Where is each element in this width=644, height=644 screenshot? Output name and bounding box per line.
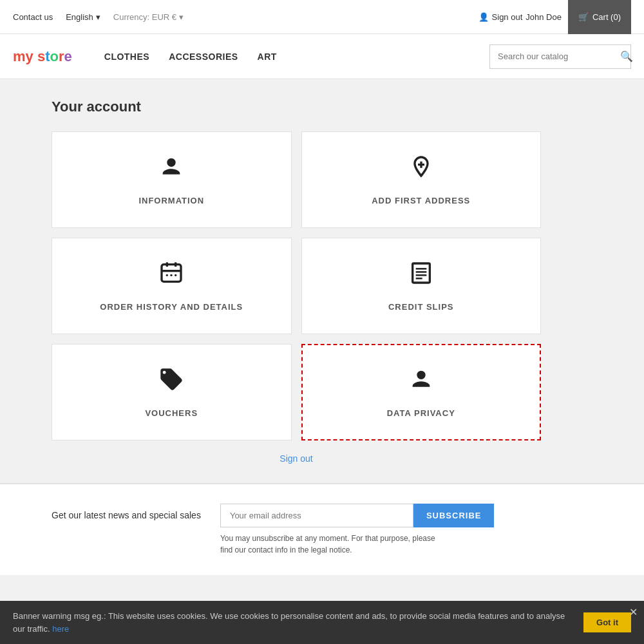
- information-card[interactable]: INFORMATION: [52, 131, 292, 228]
- search-button[interactable]: 🔍: [614, 50, 639, 62]
- svg-point-6: [171, 274, 173, 276]
- search-box: 🔍: [489, 44, 631, 69]
- data-privacy-label: DATA PRIVACY: [387, 408, 455, 418]
- signout-user-link[interactable]: 👤 Sign out John Doe: [478, 12, 562, 22]
- logo-o: o: [50, 48, 59, 64]
- svg-point-13: [417, 371, 425, 379]
- newsletter-form: SUBSCRIBE You may unsubscribe at any mom…: [220, 504, 495, 556]
- site-logo[interactable]: my store: [13, 48, 72, 65]
- cart-button[interactable]: 🛒 Cart (0): [568, 0, 631, 34]
- logo-r: r: [59, 48, 64, 64]
- sign-out-link[interactable]: Sign out: [279, 453, 312, 464]
- language-chevron-icon: ▾: [96, 12, 100, 22]
- logo-e: e: [64, 48, 72, 64]
- information-label: INFORMATION: [138, 196, 204, 205]
- search-icon: 🔍: [620, 51, 633, 62]
- svg-point-5: [166, 274, 168, 276]
- svg-point-0: [167, 158, 176, 167]
- sign-out-section: Sign out: [52, 453, 541, 464]
- language-selector[interactable]: English ▾: [66, 12, 100, 22]
- language-label: English: [66, 12, 93, 22]
- vouchers-card[interactable]: VOUCHERS: [52, 344, 292, 440]
- vouchers-icon: [158, 366, 184, 398]
- username-label: John Doe: [526, 12, 562, 22]
- data-privacy-icon: [408, 366, 434, 398]
- order-history-icon: [158, 260, 184, 292]
- currency-chevron-icon: ▾: [179, 12, 184, 22]
- nav-clothes[interactable]: CLOTHES: [104, 48, 149, 65]
- add-address-icon: [408, 154, 434, 185]
- currency-selector[interactable]: Currency: EUR € ▾: [113, 12, 184, 22]
- search-input[interactable]: [490, 52, 614, 61]
- order-history-card[interactable]: ORDER HISTORY AND DETAILS: [52, 238, 292, 334]
- top-bar: Contact us English ▾ Currency: EUR € ▾ 👤…: [0, 0, 644, 34]
- newsletter-email-input[interactable]: [220, 504, 413, 527]
- newsletter-note: You may unsubscribe at any moment. For t…: [220, 533, 439, 556]
- contact-us-link[interactable]: Contact us: [13, 12, 53, 22]
- main-content: Your account INFORMATION ADD FIRST ADDRE…: [0, 79, 644, 483]
- svg-rect-8: [412, 263, 430, 283]
- data-privacy-card[interactable]: DATA PRIVACY: [301, 344, 542, 440]
- credit-slips-icon: [408, 260, 434, 292]
- nav-art[interactable]: ART: [258, 48, 277, 65]
- cart-icon: 🛒: [578, 12, 589, 22]
- signout-label: Sign out: [492, 12, 523, 22]
- logo-t: t: [45, 48, 50, 64]
- order-history-label: ORDER HISTORY AND DETAILS: [100, 302, 243, 312]
- cart-label: Cart (0): [592, 12, 621, 22]
- subscribe-button[interactable]: SUBSCRIBE: [413, 504, 495, 527]
- add-first-address-label: ADD FIRST ADDRESS: [372, 196, 470, 205]
- svg-rect-1: [162, 265, 181, 282]
- top-bar-left: Contact us English ▾ Currency: EUR € ▾: [13, 12, 478, 22]
- svg-point-7: [175, 274, 176, 276]
- credit-slips-label: CREDIT SLIPS: [388, 302, 454, 312]
- currency-label: Currency: EUR €: [113, 12, 176, 22]
- top-bar-right: 👤 Sign out John Doe 🛒 Cart (0): [478, 0, 631, 34]
- page-title: Your account: [52, 99, 592, 115]
- account-grid: INFORMATION ADD FIRST ADDRESS ORDER HIST…: [52, 131, 541, 440]
- nav-bar: my store CLOTHES ACCESSORIES ART 🔍: [0, 34, 644, 79]
- nav-accessories[interactable]: ACCESSORIES: [169, 48, 238, 65]
- add-first-address-card[interactable]: ADD FIRST ADDRESS: [301, 131, 542, 228]
- footer-newsletter: Get our latest news and special sales SU…: [0, 484, 644, 575]
- newsletter-input-row: SUBSCRIBE: [220, 504, 495, 527]
- logo-my: my: [13, 48, 33, 64]
- vouchers-label: VOUCHERS: [145, 408, 198, 418]
- newsletter-label: Get our latest news and special sales: [52, 504, 201, 520]
- information-icon: [158, 154, 184, 185]
- logo-s: s: [37, 48, 45, 64]
- credit-slips-card[interactable]: CREDIT SLIPS: [301, 238, 542, 334]
- user-icon: 👤: [478, 12, 489, 22]
